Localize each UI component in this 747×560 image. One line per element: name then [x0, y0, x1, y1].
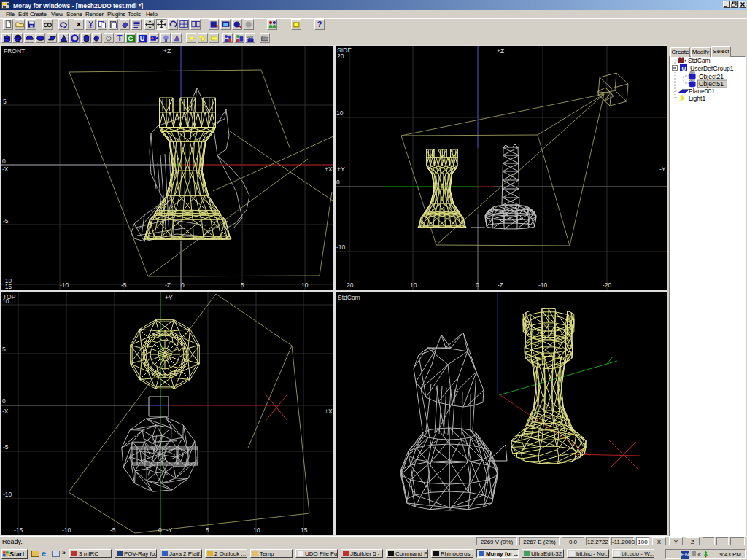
svg-text:-10: -10 — [336, 244, 346, 251]
svg-text:10: 10 — [2, 298, 9, 305]
svg-text:10: 10 — [253, 526, 260, 534]
svg-text:+Z: +Z — [497, 47, 504, 55]
svg-text:-X: -X — [2, 166, 9, 173]
svg-text:-10: -10 — [60, 281, 69, 289]
svg-text:+X: +X — [325, 166, 333, 173]
svg-text:+X: +X — [325, 408, 333, 415]
svg-text:-5: -5 — [110, 526, 116, 534]
svg-text:20: 20 — [347, 281, 354, 289]
svg-text:FRONT: FRONT — [4, 47, 25, 55]
svg-text:Object21: Object21 — [699, 73, 724, 80]
svg-text:-15: -15 — [14, 526, 23, 534]
svg-text:StdCam: StdCam — [338, 294, 360, 301]
svg-text:+Y: +Y — [337, 166, 345, 173]
svg-text:10: 10 — [336, 109, 344, 117]
svg-text:-X: -X — [2, 408, 9, 415]
svg-text:-10: -10 — [538, 281, 548, 289]
svg-text:UserDefGroup1: UserDefGroup1 — [690, 65, 734, 72]
svg-text:0: 0 — [181, 281, 185, 289]
svg-text:-Y: -Y — [659, 166, 666, 173]
svg-text:-5: -5 — [121, 281, 127, 289]
svg-text:15: 15 — [301, 526, 308, 534]
svg-text:-20: -20 — [603, 281, 612, 289]
svg-text:U: U — [682, 66, 686, 72]
svg-text:-5: -5 — [3, 217, 9, 225]
svg-text:20: 20 — [337, 52, 344, 60]
svg-text:-Z: -Z — [165, 281, 171, 289]
svg-text:Object51: Object51 — [699, 80, 724, 88]
svg-text:-Y: -Y — [166, 526, 173, 534]
svg-text:0: 0 — [2, 158, 6, 165]
svg-text:0: 0 — [158, 526, 162, 534]
svg-text:StdCam: StdCam — [688, 57, 711, 64]
svg-text:0: 0 — [336, 179, 340, 186]
svg-text:0: 0 — [2, 397, 6, 405]
svg-text:+Y: +Y — [165, 294, 173, 301]
svg-text:5: 5 — [241, 281, 244, 289]
svg-text:-5: -5 — [3, 443, 9, 451]
svg-text:5: 5 — [3, 98, 7, 105]
svg-text:Plane001: Plane001 — [689, 88, 715, 95]
svg-text:0: 0 — [476, 281, 479, 289]
svg-text:10: 10 — [410, 281, 417, 289]
svg-text:-15: -15 — [3, 283, 12, 290]
svg-text:5: 5 — [2, 346, 6, 353]
svg-text:5: 5 — [206, 526, 209, 534]
svg-text:+Z: +Z — [163, 47, 171, 55]
svg-text:UDO: UDO — [247, 35, 253, 39]
svg-text:Light1: Light1 — [689, 95, 705, 102]
svg-text:-Z: -Z — [498, 281, 503, 289]
svg-text:-10: -10 — [3, 491, 12, 498]
svg-text:10: 10 — [301, 281, 309, 289]
svg-text:-10: -10 — [62, 526, 71, 534]
